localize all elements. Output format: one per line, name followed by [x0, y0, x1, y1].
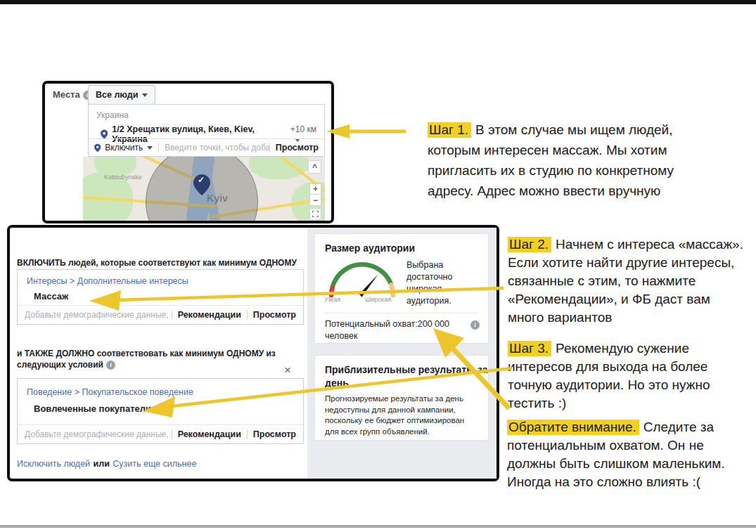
browse-button[interactable]: Просмотр — [253, 429, 296, 439]
chevron-down-icon — [147, 146, 153, 150]
interest-breadcrumb[interactable]: Интересы > Дополнительные интересы — [27, 276, 303, 286]
interests-condition-box: Интересы > Дополнительные интересы Масса… — [17, 269, 304, 325]
country-label: Украина — [96, 110, 324, 120]
or-text: или — [94, 459, 110, 469]
location-pin-icon — [101, 129, 108, 139]
behaviors-condition-box: Поведение > Покупательское поведение Вов… — [17, 378, 304, 444]
info-icon: i — [470, 320, 480, 330]
audience-status-text: Выбрана достаточно широкая аудитория. — [406, 259, 484, 307]
divider — [247, 310, 248, 320]
exclude-narrow-row: Исключить людей или Сузить еще сильнее — [17, 457, 196, 469]
step2-highlight: Шаг 2. — [508, 237, 551, 252]
step3-highlight: Шаг 3. — [508, 341, 551, 356]
points-input[interactable]: Введите точки, чтобы добавить их — [165, 143, 269, 153]
radius-value: +10 км — [290, 124, 316, 134]
annotation-step2: Шаг 2.Начнем с интереса «массаж». Если х… — [508, 217, 755, 327]
behavior-value[interactable]: Вовлеченные покупатели — [34, 403, 303, 414]
map-park-area — [249, 157, 309, 179]
map[interactable]: Kotsiubynske Kyiv ✓ ^ + − — [83, 157, 325, 221]
locations-box: Украина 1/2 Хрещатик вулиця, Киев, Kiev,… — [88, 104, 325, 157]
audience-dropdown-label: Все люди — [96, 90, 138, 100]
close-icon[interactable]: × — [284, 365, 291, 375]
annotation-note: Обратите внимание.Следите за потенциальн… — [507, 400, 756, 491]
map-collapse-button[interactable]: ^ — [308, 160, 321, 174]
location-pin-icon — [94, 143, 101, 153]
bottom-border-line — [0, 525, 756, 528]
suggestions-button[interactable]: Рекомендации — [178, 310, 241, 320]
audience-size-title: Размер аудитории — [325, 242, 488, 255]
places-label-text: Места — [53, 89, 80, 100]
targeting-screenshot-panel: ВКЛЮЧИТЬ людей, которые соответствуют ка… — [7, 225, 499, 481]
map-town-label: Kotsiubynske — [104, 174, 142, 181]
audience-dropdown-button[interactable]: Все люди — [88, 85, 155, 105]
check-icon: ✓ — [198, 175, 205, 185]
annotation-step3: Шаг 3.Рекомендую сужение интересов для в… — [508, 321, 755, 413]
info-icon: i — [106, 361, 115, 370]
narrow-conditions-header: и ТАКЖЕ ДОЛЖНО соответствовать как миним… — [17, 337, 298, 370]
interest-box-footer: Добавьте демографические данные, и... Ре… — [18, 305, 303, 324]
add-demographics-input[interactable]: Добавьте демографические данные, и... — [25, 310, 172, 320]
fullscreen-icon — [312, 211, 319, 217]
map-fullscreen-button[interactable] — [309, 208, 321, 220]
gauge-broad-label: Широкая — [365, 296, 391, 303]
add-demographics-input[interactable]: Добавьте демографические данные, и... — [25, 429, 172, 439]
divider — [247, 429, 248, 439]
step1-highlight: Шаг 1. — [428, 122, 471, 138]
top-border-line — [0, 0, 756, 4]
divider — [158, 143, 159, 153]
include-dropdown[interactable]: Включить — [105, 143, 143, 153]
places-screenshot-panel: Местаi Все люди Украина 1/2 Хрещатик вул… — [42, 81, 334, 223]
gauge-narrow-label: Узкая — [324, 296, 340, 303]
note-highlight: Обратите внимание. — [507, 420, 639, 435]
interest-value[interactable]: Массаж — [34, 291, 303, 301]
browse-button[interactable]: Просмотр — [253, 310, 296, 320]
gauge-needle — [359, 274, 378, 297]
browse-button[interactable]: Просмотр — [276, 143, 319, 153]
places-label: Местаi — [53, 89, 92, 100]
divider — [172, 429, 172, 439]
chevron-down-icon — [142, 93, 148, 97]
daily-results-title: Приблизительные результаты за день — [325, 363, 488, 390]
behavior-breadcrumb[interactable]: Поведение > Покупательское поведение — [27, 387, 303, 397]
daily-results-body: Прогнозируемые результаты за день недост… — [325, 394, 480, 437]
behavior-box-footer: Добавьте демографические данные, и... Ре… — [18, 424, 303, 443]
suggestions-button[interactable]: Рекомендации — [178, 429, 241, 439]
divider — [172, 310, 172, 320]
map-zoom-out-button[interactable]: − — [309, 195, 321, 206]
include-row: Включить Введите точки, чтобы добавить и… — [89, 138, 324, 156]
narrow-further-link[interactable]: Сузить еще сильнее — [113, 459, 196, 469]
divider — [325, 313, 478, 313]
annotation-step1: Шаг 1.В этом случае мы ищем людей, котор… — [428, 99, 731, 201]
narrow-conditions-text: и ТАКЖЕ ДОЛЖНО соответствовать как миним… — [17, 349, 276, 370]
potential-reach-text: Потенциальный охват:200 000 человек — [325, 318, 459, 342]
audience-size-card: Размер аудитории Узкая Широкая Выбрана д… — [314, 233, 489, 344]
daily-results-card: Приблизительные результаты за день Прогн… — [314, 355, 489, 441]
divider — [269, 143, 270, 153]
map-zoom-in-button[interactable]: + — [309, 183, 321, 195]
exclude-people-link[interactable]: Исключить людей — [17, 459, 90, 469]
audience-gauge — [321, 258, 404, 299]
